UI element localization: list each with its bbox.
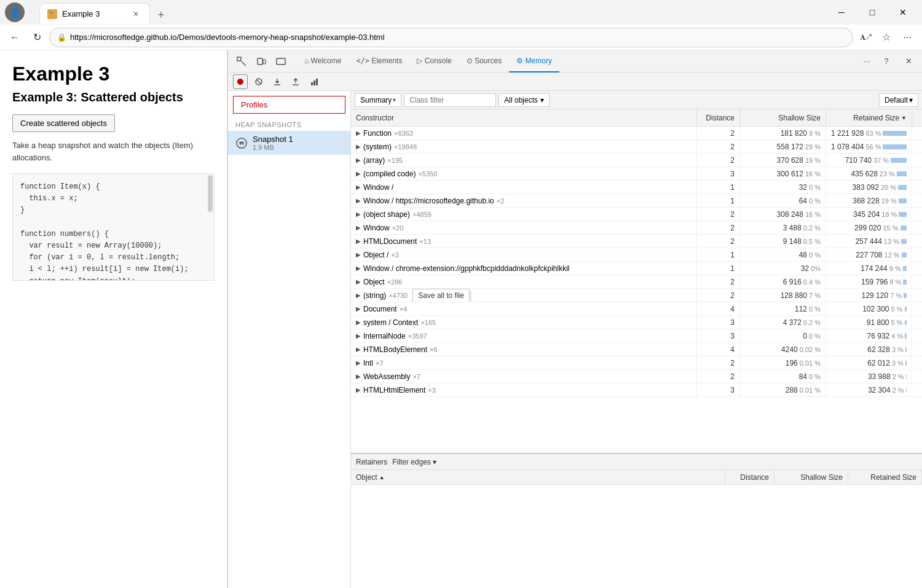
shallow-size-cell: 112 0 %: [740, 302, 826, 315]
shallow-size-cell: 128 880 7 %: [740, 289, 826, 302]
device-toggle-button[interactable]: [253, 53, 270, 70]
expand-arrow-icon[interactable]: ▶: [356, 373, 361, 380]
save-button[interactable]: [288, 74, 303, 89]
clear-button[interactable]: [251, 74, 266, 89]
shallow-size-cell: 558 172 29 %: [740, 140, 826, 153]
expand-arrow-icon[interactable]: ▶: [356, 238, 361, 245]
shallow-size-header[interactable]: Shallow Size: [740, 109, 826, 126]
constructor-header[interactable]: Constructor: [351, 109, 697, 126]
more-button[interactable]: ···: [897, 28, 917, 47]
expand-arrow-icon[interactable]: ▶: [356, 224, 361, 231]
svg-rect-9: [311, 82, 313, 85]
refresh-button[interactable]: ↻: [27, 28, 47, 47]
devtools-help-button[interactable]: ?: [878, 53, 895, 70]
create-scattered-objects-button[interactable]: Create scattered objects: [12, 114, 115, 132]
read-aloud-button[interactable]: 𝐀↗: [856, 28, 875, 47]
default-select[interactable]: Default ▾: [879, 93, 918, 107]
distance-header[interactable]: Distance: [697, 109, 740, 126]
expand-arrow-icon[interactable]: ▶: [356, 386, 361, 393]
back-button[interactable]: ←: [5, 28, 25, 47]
code-scrollbar[interactable]: [208, 175, 213, 212]
table-row[interactable]: ▶Object ×28626 916 0.4 %159 796 8 %: [351, 275, 922, 289]
table-row[interactable]: ▶(array) ×1952370 628 19 %710 740 37 %: [351, 154, 922, 167]
class-filter-input[interactable]: [404, 93, 496, 107]
screencast-button[interactable]: [272, 53, 290, 70]
table-row[interactable]: ▶Window /132 0 %383 092 20 %: [351, 181, 922, 194]
expand-arrow-icon[interactable]: ▶: [356, 184, 361, 190]
expand-arrow-icon[interactable]: ▶: [356, 157, 361, 163]
scroll-cell: [912, 154, 922, 167]
devtools-panel: ⌂ Welcome </> Elements ▷ Console ⊙ Sourc…: [227, 50, 922, 588]
all-objects-dropdown[interactable]: All objects ▾: [498, 93, 550, 107]
devtools-close-button[interactable]: ✕: [900, 53, 917, 70]
table-row[interactable]: ▶(string) ×4730Save all to file2128 880 …: [351, 289, 922, 302]
table-row[interactable]: ▶HTMLHtmlElement ×33288 0.01 %32 304 2 %: [351, 383, 922, 397]
table-row[interactable]: ▶HTMLDocument ×1329 148 0.5 %257 444 13 …: [351, 235, 922, 248]
expand-arrow-icon[interactable]: ▶: [356, 319, 361, 326]
expand-arrow-icon[interactable]: ▶: [356, 278, 361, 285]
tab-memory[interactable]: ⚙ Memory: [509, 50, 559, 73]
expand-arrow-icon[interactable]: ▶: [356, 359, 361, 366]
devtools-more-button[interactable]: ···: [858, 53, 875, 70]
expand-arrow-icon[interactable]: ▶: [356, 211, 361, 218]
expand-arrow-icon[interactable]: ▶: [356, 170, 361, 177]
retained-size-cell: 435 628 23 %: [826, 167, 912, 180]
tab-welcome[interactable]: ⌂ Welcome: [297, 50, 349, 73]
table-row[interactable]: ▶Document ×44112 0 %102 300 5 %: [351, 302, 922, 316]
expand-arrow-icon[interactable]: ▶: [356, 130, 361, 136]
table-row[interactable]: ▶(compiled code) ×53503300 612 16 %435 6…: [351, 167, 922, 181]
active-tab[interactable]: 🔧 Example 3 ✕: [39, 3, 150, 24]
table-row[interactable]: ▶Object / ×3148 0 %227 708 12 %: [351, 248, 922, 262]
close-button[interactable]: ✕: [889, 2, 917, 22]
table-row[interactable]: ▶HTMLBodyElement ×644240 0.02 %62 328 3 …: [351, 343, 922, 356]
expand-arrow-icon[interactable]: ▶: [356, 251, 361, 258]
save-to-file-tooltip[interactable]: Save all to file: [412, 289, 470, 302]
table-row[interactable]: ▶Window ×2023 488 0.2 %299 020 15 %: [351, 221, 922, 235]
retained-bar: [899, 212, 907, 217]
table-row[interactable]: ▶WebAssembly ×7284 0 %33 988 2 %: [351, 370, 922, 383]
expand-arrow-icon[interactable]: ▶: [356, 332, 361, 339]
minimize-button[interactable]: ─: [827, 2, 856, 22]
new-tab-button[interactable]: ＋: [151, 4, 171, 24]
expand-arrow-icon[interactable]: ▶: [356, 305, 361, 312]
constructor-name: Object: [363, 278, 385, 286]
inspect-element-button[interactable]: [233, 53, 250, 70]
profile-avatar[interactable]: 👤: [5, 2, 25, 22]
table-row[interactable]: ▶Intl ×72196 0.01 %62 012 3 %: [351, 356, 922, 370]
retained-size-header[interactable]: Retained Size ▼: [826, 109, 912, 126]
favorites-button[interactable]: ☆: [877, 28, 896, 47]
expand-arrow-icon[interactable]: ▶: [356, 265, 361, 272]
expand-arrow-icon[interactable]: ▶: [356, 143, 361, 150]
constructor-cell: ▶Object / ×3: [351, 248, 697, 261]
retained-size-cell: 102 300 5 %: [826, 302, 912, 315]
snapshot-item[interactable]: Snapshot 1 1.9 MB: [228, 131, 350, 155]
distance-cell: 2: [697, 235, 740, 248]
retained-size-cell: 33 988 2 %: [826, 370, 912, 383]
tab-sources[interactable]: ⊙ Sources: [459, 50, 509, 73]
maximize-button[interactable]: □: [858, 2, 886, 22]
table-row[interactable]: ▶(object shape) ×48592308 248 16 %345 20…: [351, 208, 922, 221]
expand-arrow-icon[interactable]: ▶: [356, 197, 361, 204]
profiles-tab[interactable]: Profiles: [233, 96, 345, 114]
expand-arrow-icon[interactable]: ▶: [356, 292, 361, 299]
upload-button[interactable]: [270, 74, 285, 89]
table-row[interactable]: ▶Window / chrome-extension://gpphkfbcpid…: [351, 262, 922, 275]
constructor-count: ×286: [387, 278, 403, 286]
constructor-name: Function: [363, 129, 392, 138]
shallow-size-cell: 48 0 %: [740, 248, 826, 261]
table-row[interactable]: ▶(system) ×198482558 172 29 %1 078 404 5…: [351, 140, 922, 154]
constructor-cell: ▶HTMLDocument ×13: [351, 235, 697, 248]
expand-arrow-icon[interactable]: ▶: [356, 346, 361, 353]
address-bar[interactable]: 🔒 https://microsoftedge.github.io/Demos/…: [49, 28, 853, 47]
table-row[interactable]: ▶Function ×63632181 820 9 %1 221 928 63 …: [351, 127, 922, 140]
record-button[interactable]: [233, 74, 248, 89]
tab-close-button[interactable]: ✕: [130, 8, 142, 20]
tab-console[interactable]: ▷ Console: [409, 50, 459, 73]
summary-select[interactable]: Summary ▾: [355, 93, 401, 107]
filter-edges-button[interactable]: Filter edges ▾: [392, 458, 436, 466]
table-row[interactable]: ▶Window / https://microsoftedge.github.i…: [351, 194, 922, 208]
tab-elements[interactable]: </> Elements: [349, 50, 409, 73]
stats-button[interactable]: [307, 74, 321, 89]
table-row[interactable]: ▶system / Context ×16534 372 0.2 %91 800…: [351, 316, 922, 329]
table-row[interactable]: ▶InternalNode ×359730 0 %76 932 4 %: [351, 329, 922, 343]
